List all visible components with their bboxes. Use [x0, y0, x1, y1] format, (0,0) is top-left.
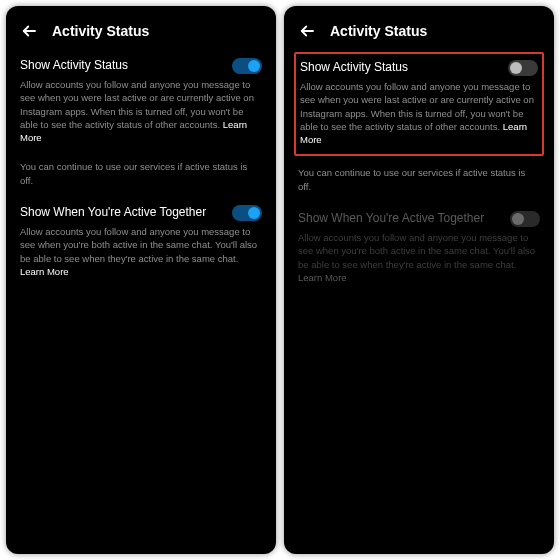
- setting-desc: Allow accounts you follow and anyone you…: [300, 80, 538, 146]
- continue-note: You can continue to use our services if …: [296, 160, 542, 203]
- setting-title: Show Activity Status: [20, 58, 128, 72]
- setting-desc: Allow accounts you follow and anyone you…: [298, 231, 540, 284]
- setting-show-activity: Show Activity Status Allow accounts you …: [18, 50, 264, 154]
- setting-title: Show When You're Active Together: [298, 211, 484, 225]
- back-arrow-icon[interactable]: [298, 22, 316, 40]
- learn-more-link: Learn More: [298, 272, 347, 283]
- continue-note: You can continue to use our services if …: [18, 154, 264, 197]
- header: Activity Status: [18, 20, 264, 50]
- page-title: Activity Status: [330, 23, 427, 39]
- phone-left: Activity Status Show Activity Status All…: [6, 6, 276, 554]
- setting-active-together: Show When You're Active Together Allow a…: [296, 203, 542, 294]
- setting-title: Show When You're Active Together: [20, 205, 206, 219]
- toggle-active-together[interactable]: [232, 205, 262, 221]
- toggle-active-together: [510, 211, 540, 227]
- phone-right: Activity Status Show Activity Status All…: [284, 6, 554, 554]
- page-title: Activity Status: [52, 23, 149, 39]
- setting-active-together: Show When You're Active Together Allow a…: [18, 197, 264, 288]
- header: Activity Status: [296, 20, 542, 50]
- back-arrow-icon[interactable]: [20, 22, 38, 40]
- setting-desc: Allow accounts you follow and anyone you…: [20, 78, 262, 144]
- toggle-show-activity[interactable]: [232, 58, 262, 74]
- learn-more-link[interactable]: Learn More: [20, 266, 69, 277]
- highlight-annotation: Show Activity Status Allow accounts you …: [294, 52, 544, 156]
- toggle-show-activity[interactable]: [508, 60, 538, 76]
- setting-desc: Allow accounts you follow and anyone you…: [20, 225, 262, 278]
- setting-show-activity: Show Activity Status Allow accounts you …: [300, 60, 538, 146]
- setting-title: Show Activity Status: [300, 60, 408, 74]
